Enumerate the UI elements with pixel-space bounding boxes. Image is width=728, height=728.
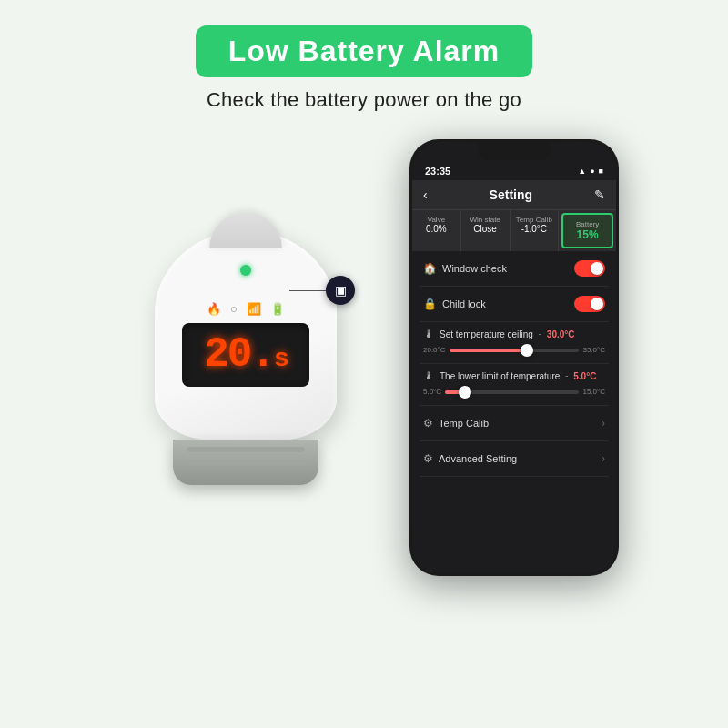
temp-calib-nav[interactable]: ⚙ Temp Calib ›: [420, 406, 609, 441]
phone-notch: [478, 142, 551, 160]
device-body: 🔥 ○ 📶 🔋 20.s ▣: [155, 230, 337, 440]
display-temperature: 20.s: [204, 331, 288, 379]
thermometer-ceiling-icon: 🌡: [423, 328, 434, 340]
child-lock-toggle[interactable]: [574, 296, 605, 312]
temp-lower-range: 5.0°C 15.0°C: [423, 388, 605, 396]
app-title: Setting: [428, 187, 594, 202]
status-time: 23:35: [425, 166, 450, 177]
win-state-label: Win state: [465, 216, 506, 224]
battery-icon: 🔋: [270, 302, 285, 316]
battery-value: 15%: [567, 228, 608, 241]
connection-line: [289, 290, 326, 291]
status-dot: [240, 265, 251, 276]
advanced-setting-label: ⚙ Advanced Setting: [423, 452, 517, 465]
win-state-cell: Win state Close: [461, 210, 511, 251]
temp-lower-label: 🌡 The lower limit of temperature - 5.0°C: [423, 369, 605, 382]
phone-container: 23:35 ▲ ● ■ ‹ Setting ✎: [410, 139, 619, 576]
status-bar: 23:35 ▲ ● ■: [412, 160, 616, 180]
main-content: 🔥 ○ 📶 🔋 20.s ▣: [0, 139, 728, 576]
temp-calib-nav-label: ⚙ Temp Calib: [423, 417, 489, 430]
edit-button[interactable]: ✎: [594, 187, 605, 202]
temp-lower-value: 5.0°C: [573, 371, 596, 381]
battery-status-icon: ■: [599, 167, 603, 176]
connection-dot-icon: ▣: [335, 283, 347, 298]
phone: 23:35 ▲ ● ■ ‹ Setting ✎: [410, 139, 619, 576]
temp-calib-value: -1.0°C: [514, 224, 555, 234]
advanced-setting-arrow: ›: [602, 452, 605, 465]
temp-ceiling-fill: [450, 349, 528, 352]
info-row: Valve 0.0% Win state Close Temp Calib -1…: [412, 209, 616, 251]
battery-label: Battery: [567, 220, 608, 228]
temp-calib-label: Temp Calib: [514, 216, 555, 224]
temp-ceiling-track[interactable]: [450, 349, 580, 352]
banner-text: Low Battery Alarm: [228, 35, 500, 67]
lock-icon: 🔒: [423, 298, 437, 310]
valve-label: Valve: [416, 216, 457, 224]
phone-screen: 23:35 ▲ ● ■ ‹ Setting ✎: [412, 142, 616, 573]
battery-cell: Battery 15%: [561, 213, 613, 248]
temp-lower-text: The lower limit of temperature: [440, 371, 560, 381]
device-icons: 🔥 ○ 📶 🔋: [207, 302, 285, 316]
temp-calib-arrow: ›: [602, 417, 605, 430]
thermometer-lower-icon: 🌡: [423, 369, 434, 382]
status-icons: ▲ ● ■: [578, 167, 603, 176]
window-check-toggle[interactable]: [574, 260, 605, 277]
app-body: 🏠 Window check 🔒 Child lock: [412, 251, 616, 477]
advanced-icon: ⚙: [423, 452, 433, 465]
temp-ceiling-text: Set temperature ceiling: [440, 329, 533, 339]
window-check-text: Window check: [442, 263, 507, 274]
wifi-status-icon: ●: [590, 167, 594, 176]
device-top: [209, 212, 282, 248]
temp-ceiling-value: 30.0°C: [547, 329, 575, 339]
child-lock-label: 🔒 Child lock: [423, 298, 486, 310]
device-container: 🔥 ○ 📶 🔋 20.s ▣: [109, 230, 382, 485]
temp-calib-nav-text: Temp Calib: [439, 418, 489, 429]
window-icon: 🏠: [423, 262, 437, 275]
banner-box: Low Battery Alarm: [196, 25, 533, 77]
connection-indicator: ▣: [289, 276, 355, 305]
window-check-label: 🏠 Window check: [423, 262, 507, 275]
advanced-setting-text: Advanced Setting: [439, 453, 517, 464]
header-banner: Low Battery Alarm: [0, 0, 728, 77]
display-screen: 20.s: [182, 323, 309, 387]
advanced-setting-nav[interactable]: ⚙ Advanced Setting ›: [420, 441, 609, 477]
flame-icon: 🔥: [207, 302, 221, 316]
subtitle: Check the battery power on the go: [0, 88, 728, 112]
temp-ceiling-range: 20.0°C 35.0°C: [423, 346, 605, 354]
temp-ceiling-max: 35.0°C: [582, 346, 605, 354]
win-state-value: Close: [465, 224, 506, 234]
temp-lower-thumb[interactable]: [459, 386, 471, 399]
valve-value: 0.0%: [416, 224, 457, 234]
app-header: ‹ Setting ✎: [412, 180, 616, 209]
temp-ceiling-section: 🌡 Set temperature ceiling - 30.0°C 20.0°…: [420, 322, 609, 364]
temp-ceiling-label: 🌡 Set temperature ceiling - 30.0°C: [423, 328, 605, 340]
temp-lower-section: 🌡 The lower limit of temperature - 5.0°C…: [420, 364, 609, 406]
child-lock-item: 🔒 Child lock: [420, 287, 609, 322]
valve-cell: Valve 0.0%: [412, 210, 461, 251]
temp-lower-min: 5.0°C: [423, 388, 441, 396]
temp-ceiling-thumb[interactable]: [521, 344, 533, 357]
signal-icon: ▲: [578, 167, 586, 176]
temp-ceiling-min: 20.0°C: [423, 346, 446, 354]
connection-dot: ▣: [326, 276, 355, 305]
temp-lower-track[interactable]: [445, 390, 579, 394]
circle-icon: ○: [230, 302, 238, 316]
temp-lower-max: 15.0°C: [582, 388, 605, 396]
window-check-item: 🏠 Window check: [420, 251, 609, 287]
app-screen: 23:35 ▲ ● ■ ‹ Setting ✎: [412, 142, 616, 573]
temp-calib-cell: Temp Calib -1.0°C: [511, 210, 560, 251]
wifi-icon: 📶: [247, 302, 261, 316]
calib-icon: ⚙: [423, 417, 433, 430]
child-lock-text: Child lock: [442, 298, 486, 309]
device-base: [173, 440, 318, 485]
